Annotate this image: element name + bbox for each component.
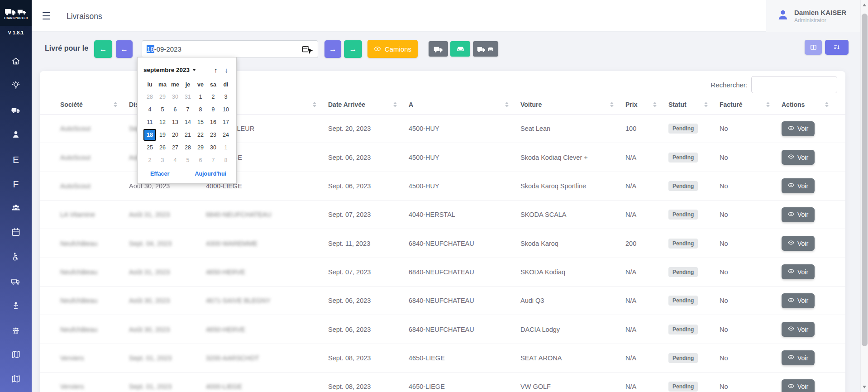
day-cell[interactable]: 3: [219, 91, 232, 103]
day-cell[interactable]: 1: [194, 91, 207, 103]
voir-button[interactable]: Voir: [782, 379, 815, 392]
voir-button[interactable]: Voir: [782, 121, 815, 136]
day-cell[interactable]: 12: [156, 116, 169, 128]
day-cell[interactable]: 19: [156, 129, 169, 141]
day-cell[interactable]: 29: [194, 142, 207, 153]
user-menu[interactable]: Damien KAISER Administrator: [766, 0, 860, 32]
column-header-a[interactable]: A: [409, 101, 520, 108]
day-cell[interactable]: 1: [219, 142, 232, 153]
sidebar-item-driver[interactable]: [10, 301, 21, 311]
day-cell[interactable]: 8: [219, 154, 232, 166]
sort-arrows-icon[interactable]: [114, 102, 117, 107]
day-cell[interactable]: 17: [219, 116, 232, 128]
columns-view-button[interactable]: [805, 40, 822, 55]
voir-button[interactable]: Voir: [782, 207, 815, 222]
sidebar-item-user[interactable]: [10, 130, 21, 140]
day-cell[interactable]: 29: [156, 91, 169, 103]
sort-arrows-icon[interactable]: [505, 102, 509, 107]
day-cell[interactable]: 23: [207, 129, 219, 141]
column-header-statut[interactable]: Statut: [668, 101, 720, 108]
day-cell[interactable]: 8: [194, 104, 207, 115]
day-cell[interactable]: 28: [181, 142, 194, 153]
search-input[interactable]: [751, 76, 837, 93]
column-header-actions[interactable]: Actions: [782, 101, 840, 108]
day-cell[interactable]: 11: [143, 116, 156, 128]
next-date-alt-button[interactable]: →: [324, 40, 341, 58]
day-cell[interactable]: 30: [169, 91, 181, 103]
sidebar-item-handling[interactable]: [10, 253, 21, 263]
voir-button[interactable]: Voir: [782, 322, 815, 337]
filter-trucks-button[interactable]: [429, 41, 448, 57]
sort-button[interactable]: [825, 40, 849, 55]
day-cell[interactable]: 6: [194, 154, 207, 166]
prev-date-alt-button[interactable]: ←: [116, 40, 133, 58]
day-cell[interactable]: 10: [219, 104, 232, 115]
sort-arrows-icon[interactable]: [653, 102, 657, 107]
today-link[interactable]: Aujourd'hui: [195, 171, 226, 177]
vertical-scrollbar[interactable]: [860, 0, 868, 392]
day-cell[interactable]: 2: [143, 154, 156, 166]
scrollbar-thumb[interactable]: [862, 14, 868, 346]
next-month-arrow-icon[interactable]: ↓: [225, 66, 229, 74]
filter-trucks-cars-button[interactable]: [473, 41, 498, 57]
column-header-facture[interactable]: Facturé: [720, 101, 782, 108]
sidebar-item-home[interactable]: [10, 57, 21, 67]
sort-arrows-icon[interactable]: [610, 102, 614, 107]
sidebar-item-deliveries[interactable]: [10, 106, 21, 116]
date-input[interactable]: 18-09-2023: [142, 40, 318, 58]
prev-date-button[interactable]: ←: [94, 40, 112, 58]
voir-button[interactable]: Voir: [782, 293, 815, 308]
sidebar-item-f[interactable]: F: [10, 179, 21, 189]
clear-date-link[interactable]: Effacer: [150, 171, 169, 177]
prev-month-arrow-icon[interactable]: ↑: [214, 66, 218, 74]
day-cell[interactable]: 21: [181, 129, 194, 141]
sidebar-item-users[interactable]: [10, 204, 21, 214]
day-cell[interactable]: 5: [156, 104, 169, 115]
day-cell[interactable]: 4: [143, 104, 156, 115]
day-cell[interactable]: 31: [181, 91, 194, 103]
day-cell[interactable]: 4: [169, 154, 181, 166]
month-selector[interactable]: septembre 2023: [143, 67, 196, 73]
day-cell[interactable]: 7: [181, 104, 194, 115]
day-cell[interactable]: 2: [207, 91, 219, 103]
sort-arrows-icon[interactable]: [766, 102, 770, 107]
day-cell[interactable]: 15: [194, 116, 207, 128]
column-header-societe[interactable]: Société: [60, 101, 129, 108]
voir-button[interactable]: Voir: [782, 236, 815, 251]
day-cell[interactable]: 9: [207, 104, 219, 115]
day-cell[interactable]: 26: [156, 142, 169, 153]
day-cell[interactable]: 24: [219, 129, 232, 141]
column-header-voiture[interactable]: Voiture: [520, 101, 625, 108]
sidebar-item-ideas[interactable]: [10, 81, 21, 91]
day-cell[interactable]: 16: [207, 116, 219, 128]
voir-button[interactable]: Voir: [782, 178, 815, 193]
day-cell[interactable]: 20: [169, 129, 181, 141]
sidebar-item-calendar[interactable]: [10, 228, 21, 238]
day-cell[interactable]: 22: [194, 129, 207, 141]
day-cell[interactable]: 25: [143, 142, 156, 153]
camions-toggle-button[interactable]: Camions: [367, 40, 418, 58]
day-cell[interactable]: 7: [207, 154, 219, 166]
sort-arrows-icon[interactable]: [825, 102, 829, 107]
sidebar-item-van[interactable]: [10, 277, 21, 287]
filter-cars-button[interactable]: [450, 41, 470, 57]
sidebar-item-team[interactable]: [10, 326, 21, 336]
day-cell[interactable]: 28: [143, 91, 156, 103]
sort-arrows-icon[interactable]: [393, 102, 397, 107]
voir-button[interactable]: Voir: [782, 264, 815, 279]
app-logo[interactable]: TRANSPORTER: [0, 0, 32, 26]
sidebar-item-map-1[interactable]: [10, 350, 21, 360]
scroll-up-arrow-icon[interactable]: [863, 4, 866, 6]
scroll-down-arrow-icon[interactable]: [863, 386, 866, 388]
column-header-prix[interactable]: Prix: [625, 101, 668, 108]
day-cell[interactable]: 14: [181, 116, 194, 128]
sort-arrows-icon[interactable]: [313, 102, 316, 107]
day-cell[interactable]: 3: [156, 154, 169, 166]
day-cell[interactable]: 5: [181, 154, 194, 166]
voir-button[interactable]: Voir: [782, 350, 815, 365]
day-cell[interactable]: 6: [169, 104, 181, 115]
selected-day-cell[interactable]: 18: [143, 129, 156, 141]
voir-button[interactable]: Voir: [782, 150, 815, 165]
sort-arrows-icon[interactable]: [704, 102, 708, 107]
sidebar-item-e[interactable]: E: [10, 155, 21, 165]
